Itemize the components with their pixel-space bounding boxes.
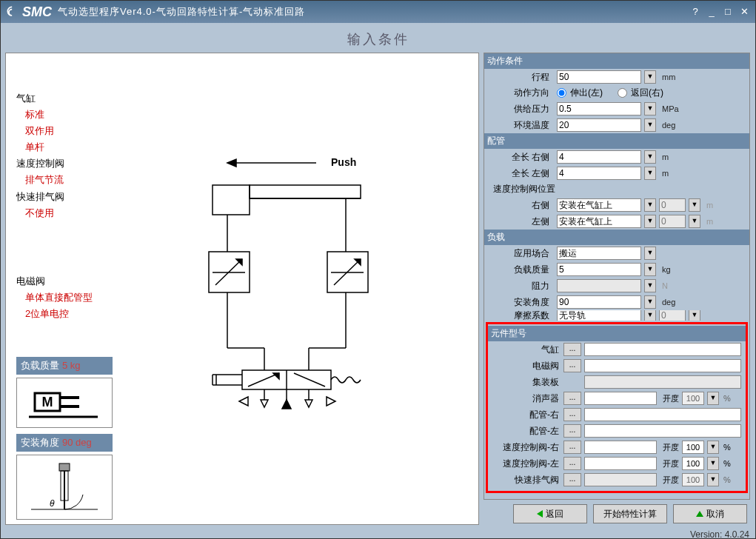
minimize-icon[interactable]: _	[705, 7, 718, 17]
temp-dropdown[interactable]: ▼	[644, 118, 656, 132]
fric-num-dropdown[interactable]: ▼	[689, 310, 700, 321]
pos-r-label: 右侧	[489, 199, 554, 212]
help-icon[interactable]: ?	[689, 7, 702, 17]
load-mass-strip: 负载质量5 kg	[16, 357, 113, 375]
sv-r-opening[interactable]	[682, 441, 704, 454]
angle-input[interactable]	[557, 295, 641, 309]
direction-label: 动作方向	[489, 87, 554, 99]
pos-r-num[interactable]	[659, 198, 686, 212]
part-pipe-r-input[interactable]	[584, 408, 741, 421]
pos-r-num-dropdown[interactable]: ▼	[689, 198, 700, 212]
calc-button[interactable]: 开始特性计算	[593, 504, 667, 523]
sidebar-solenoid: 电磁阀	[16, 273, 113, 289]
pos-r-dropdown[interactable]: ▼	[644, 198, 656, 212]
svg-marker-43	[239, 397, 248, 406]
sidebar-sv-0: 排气节流	[16, 172, 113, 188]
app-label: 应用场合	[489, 247, 554, 260]
len-l-input[interactable]	[557, 167, 641, 180]
part-sv-l-browse[interactable]: ...	[563, 457, 581, 470]
part-cyl-browse[interactable]: ...	[563, 343, 581, 356]
temp-input[interactable]	[557, 118, 641, 132]
resist-dropdown[interactable]: ▼	[644, 279, 656, 292]
mass-label: 负载质量	[489, 264, 554, 276]
app-dropdown[interactable]: ▼	[644, 247, 656, 260]
part-sol-input[interactable]	[584, 359, 741, 372]
supply-dropdown[interactable]: ▼	[644, 102, 656, 116]
version-label: Version: 4.0.24	[1, 529, 755, 539]
section-operation: 动作条件	[484, 53, 749, 69]
sv-l-opening[interactable]	[682, 457, 704, 470]
len-r-dropdown[interactable]: ▼	[644, 150, 656, 164]
svg-rect-13	[250, 185, 361, 198]
logo: SMC	[5, 4, 52, 20]
close-icon[interactable]: ✕	[737, 7, 751, 17]
part-pipe-l-input[interactable]	[584, 424, 741, 438]
qe-opening[interactable]	[682, 473, 704, 486]
len-l-label: 全长 左侧	[489, 167, 554, 180]
pos-l-num[interactable]	[659, 215, 686, 228]
fric-num[interactable]	[659, 310, 686, 321]
silencer-opening[interactable]	[682, 392, 704, 405]
angle-dropdown[interactable]: ▼	[644, 295, 656, 309]
pos-l-dropdown[interactable]: ▼	[644, 215, 656, 228]
resist-input[interactable]	[557, 279, 641, 292]
svg-text:M: M	[42, 395, 53, 409]
qe-opening-dropdown[interactable]: ▼	[707, 473, 719, 486]
section-load: 负载	[484, 230, 749, 245]
len-r-input[interactable]	[557, 150, 641, 164]
pos-l-num-dropdown[interactable]: ▼	[689, 215, 700, 228]
part-qe-browse[interactable]: ...	[563, 473, 581, 486]
sv-r-opening-dropdown[interactable]: ▼	[707, 441, 719, 454]
sidebar-qe-0: 不使用	[16, 205, 113, 221]
silencer-opening-dropdown[interactable]: ▼	[707, 392, 719, 405]
len-l-dropdown[interactable]: ▼	[644, 167, 656, 180]
mass-input[interactable]	[557, 263, 641, 276]
stroke-input[interactable]	[557, 70, 641, 84]
part-sv-r-browse[interactable]: ...	[563, 441, 581, 454]
part-sv-r-input[interactable]	[584, 441, 657, 454]
part-cyl-input[interactable]	[584, 343, 741, 356]
sv-pos-label: 速度控制阀位置	[489, 183, 576, 195]
svg-marker-44	[327, 397, 335, 406]
part-pipe-r-browse[interactable]: ...	[563, 408, 581, 421]
pos-l-select[interactable]	[557, 215, 641, 228]
pos-r-select[interactable]	[557, 198, 641, 212]
fric-label: 摩擦系数	[489, 310, 554, 321]
sidebar-so-1: 2位单电控	[16, 306, 113, 322]
fric-dropdown[interactable]: ▼	[644, 310, 656, 321]
pos-l-label: 左侧	[489, 215, 554, 228]
sidebar-so-0: 单体直接配管型	[16, 289, 113, 306]
direction-extend-radio[interactable]: 伸出(左)	[557, 87, 603, 99]
part-pipe-l-browse[interactable]: ...	[563, 424, 581, 438]
supply-input[interactable]	[557, 102, 641, 116]
part-sol-label: 电磁阀	[492, 360, 561, 372]
back-button[interactable]: 返回	[513, 504, 587, 523]
part-silencer-input[interactable]	[584, 392, 657, 405]
angle-illustration: θ	[16, 455, 113, 520]
left-pane: 气缸 标准 双作用 单杆 速度控制阀 排气节流 快速排气阀 不使用 电磁阀 单体…	[5, 53, 479, 525]
part-sv-l-input[interactable]	[584, 457, 657, 470]
section-parts: 元件型号	[488, 326, 746, 341]
fric-select[interactable]	[557, 310, 641, 321]
direction-return-radio[interactable]: 返回(右)	[618, 87, 663, 99]
app-select[interactable]	[557, 247, 641, 260]
maximize-icon[interactable]: □	[721, 7, 735, 17]
part-sv-r-label: 速度控制阀-右	[492, 441, 561, 454]
part-qe-input	[584, 473, 657, 486]
part-manifold-label: 集装板	[492, 376, 561, 389]
sv-l-opening-dropdown[interactable]: ▼	[707, 457, 719, 470]
sidebar-cyl-1: 双作用	[16, 123, 113, 139]
mass-dropdown[interactable]: ▼	[644, 263, 656, 276]
window-title: 气动选型程序Ver4.0-气动回路特性计算-气动标准回路	[58, 5, 689, 19]
load-illustration: M	[16, 378, 113, 428]
stroke-dropdown[interactable]: ▼	[644, 70, 656, 84]
part-sol-browse[interactable]: ...	[563, 359, 581, 372]
part-pipe-r-label: 配管-右	[492, 409, 561, 421]
svg-marker-11	[227, 159, 236, 167]
angle-strip: 安装角度90 deg	[16, 434, 113, 452]
cancel-button[interactable]: 取消	[673, 504, 747, 523]
part-silencer-browse[interactable]: ...	[563, 392, 581, 405]
right-pane: 动作条件 行程 ▼ mm 动作方向 伸出(左) 返回(右) 供给压力	[484, 53, 750, 500]
sidebar: 气缸 标准 双作用 单杆 速度控制阀 排气节流 快速排气阀 不使用 电磁阀 单体…	[6, 53, 117, 524]
sidebar-cyl-0: 标准	[16, 107, 113, 123]
